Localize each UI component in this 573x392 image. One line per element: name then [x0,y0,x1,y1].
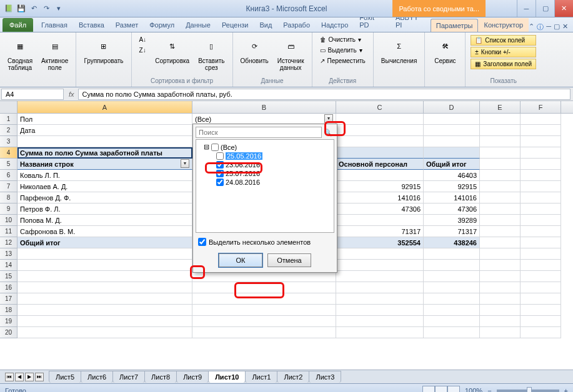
row-header[interactable]: 7 [0,181,17,192]
cell[interactable]: Петров Ф. Л. [17,203,192,215]
cell[interactable] [521,125,561,136]
redo-icon[interactable]: ↷ [41,4,51,14]
headers-toggle[interactable]: ▦Заголовки полей [471,59,536,69]
cell[interactable] [336,114,424,125]
tab-review[interactable]: Рецензи [216,18,254,32]
cell[interactable] [480,248,521,260]
filter-search-input[interactable] [196,127,322,138]
sheet-tab[interactable]: Лист5 [49,371,81,383]
cell[interactable] [480,282,521,293]
sheet-tab[interactable]: Лист9 [176,371,209,383]
maximize-button[interactable]: ▢ [536,0,554,17]
row-header[interactable]: 13 [0,248,17,260]
cell[interactable] [480,125,521,136]
sort-desc-button[interactable]: Z↓ [137,46,149,55]
tab-nav-last[interactable]: ⏭ [35,373,44,381]
name-box[interactable] [1,89,64,100]
zoom-out-button[interactable]: − [487,387,491,393]
checkbox[interactable] [216,179,224,186]
cell[interactable]: Основной персонал [336,159,424,170]
cell[interactable]: 141016 [424,192,480,203]
cell[interactable] [521,327,561,338]
cell[interactable] [521,237,561,248]
cell[interactable]: Общий итог [17,237,192,248]
filter-dropdown-icon[interactable]: ▼ [324,114,333,123]
filter-item[interactable]: 23.06.2016 [199,160,331,169]
checkbox-all[interactable] [211,144,219,151]
cell[interactable] [521,293,561,305]
datasource-button[interactable]: 🗃Источник данных [275,35,307,72]
tools-button[interactable]: 🛠Сервис [430,35,460,66]
search-icon[interactable]: 🔍 [322,127,334,138]
cell[interactable] [480,271,521,282]
row-header[interactable]: 20 [0,327,17,338]
sheet-tab[interactable]: Лист8 [144,371,177,383]
checkbox[interactable] [216,152,224,160]
cell[interactable] [424,147,480,159]
active-field-button[interactable]: ▤Активное поле [39,35,71,72]
cell[interactable] [480,327,521,338]
undo-icon[interactable]: ↶ [29,4,39,14]
cell[interactable] [480,181,521,192]
cell[interactable] [336,215,424,226]
cell[interactable] [521,226,561,237]
cell[interactable] [480,170,521,181]
row-header[interactable]: 12 [0,237,17,248]
workbook-close-icon[interactable]: ✕ [562,22,568,32]
cell[interactable]: Пол [17,114,192,125]
cell[interactable] [17,316,192,327]
row-header[interactable]: 19 [0,316,17,327]
cell[interactable]: Дата [17,125,192,136]
cell[interactable]: 92915 [336,181,424,192]
cell[interactable] [480,203,521,215]
cell-active[interactable]: Сумма по полю Сумма заработной платы [17,147,192,159]
move-button[interactable]: ↗Переместить [317,56,368,66]
cell[interactable] [17,293,192,305]
col-header-B[interactable]: B [192,101,336,113]
cell[interactable] [192,327,336,338]
cell[interactable] [424,136,480,147]
multiselect-checkbox[interactable] [198,238,206,246]
cancel-button[interactable]: Отмена [267,253,311,267]
cell[interactable] [521,159,561,170]
cell[interactable] [480,226,521,237]
fx-icon[interactable]: fx [65,91,78,98]
tab-home[interactable]: Главная [36,18,73,32]
cell[interactable] [336,248,424,260]
tab-file[interactable]: Файл [2,18,33,32]
minimize-button[interactable]: ─ [517,0,536,17]
zoom-thumb[interactable] [527,387,532,393]
filter-item[interactable]: 24.08.2016 [199,178,331,187]
cell[interactable] [336,170,424,181]
cell[interactable] [424,316,480,327]
filter-item[interactable]: 25.05.2016 [199,152,331,160]
ok-button[interactable]: ОК [219,253,262,267]
cell[interactable]: 71317 [336,226,424,237]
cell[interactable]: Сафронова В. М. [17,226,192,237]
row-header[interactable]: 6 [0,170,17,181]
field-list-button[interactable]: 📋Список полей [471,35,536,46]
cell[interactable] [336,282,424,293]
sort-asc-button[interactable]: A↓ [137,35,149,44]
cell[interactable] [480,136,521,147]
cell[interactable] [480,260,521,271]
col-header-E[interactable]: E [480,101,521,113]
cell[interactable]: 92915 [424,181,480,192]
filter-item-all[interactable]: ⊟(Все) [199,142,331,152]
cell[interactable]: Парфенов Д. Ф. [17,192,192,203]
cell[interactable] [521,147,561,159]
row-header[interactable]: 1 [0,114,17,125]
cell[interactable]: Коваль Л. П. [17,170,192,181]
cell[interactable] [17,136,192,147]
cell[interactable] [424,327,480,338]
workbook-restore-icon[interactable]: ▢ [554,22,560,32]
row-header[interactable]: 2 [0,125,17,136]
tab-view[interactable]: Вид [254,18,277,32]
cell[interactable]: Названия строк▼ [17,159,192,170]
cell[interactable] [424,282,480,293]
cell[interactable] [336,147,424,159]
cell[interactable] [17,327,192,338]
cell[interactable]: 438246 [424,237,480,248]
qat-dropdown-icon[interactable]: ▾ [54,4,64,14]
sheet-tab[interactable]: Лист3 [309,371,341,383]
